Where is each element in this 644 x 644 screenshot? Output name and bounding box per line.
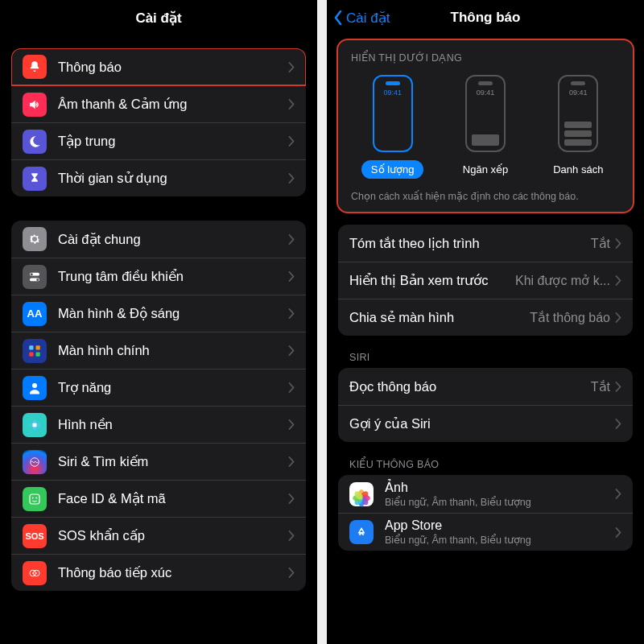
- display-option-label: Danh sách: [543, 160, 613, 179]
- svg-point-17: [35, 497, 37, 498]
- settings-row-SOS[interactable]: SOS SOS khẩn cấp: [11, 517, 306, 554]
- settings-row-bell[interactable]: Thông báo: [11, 48, 306, 85]
- chevron-left-icon: [333, 10, 343, 26]
- row-icon: [23, 265, 47, 289]
- app-label: App Store: [385, 518, 615, 533]
- option-row[interactable]: Đọc thông báo Tắt: [338, 368, 633, 405]
- row-label: Hiển thị Bản xem trước: [349, 273, 515, 288]
- row-label: Màn hình & Độ sáng: [58, 306, 288, 321]
- row-label: Tóm tắt theo lịch trình: [349, 236, 591, 251]
- settings-row-flower-bg[interactable]: Hình nền: [11, 406, 306, 443]
- settings-row-speaker[interactable]: Âm thanh & Cảm ứng: [11, 85, 306, 122]
- settings-row-switches[interactable]: Trung tâm điều khiển: [11, 258, 306, 295]
- row-label: Âm thanh & Cảm ứng: [58, 97, 288, 112]
- settings-row-moon[interactable]: Tập trung: [11, 122, 306, 159]
- exposure-icon: [27, 566, 42, 580]
- svg-point-21: [36, 572, 38, 574]
- chevron-right-icon: [288, 345, 295, 356]
- svg-point-12: [33, 427, 37, 431]
- row-label: Gợi ý của Siri: [349, 416, 615, 431]
- chevron-right-icon: [288, 568, 295, 578]
- back-label: Cài đặt: [346, 10, 390, 27]
- page-title: Cài đặt: [135, 10, 181, 27]
- chevron-right-icon: [615, 489, 621, 499]
- siri-section-header: SIRI: [349, 352, 621, 363]
- row-label: Cài đặt chung: [58, 232, 288, 247]
- row-icon: [23, 167, 47, 191]
- row-label: Siri & Tìm kiếm: [58, 454, 288, 469]
- svg-point-10: [33, 419, 37, 423]
- row-value: Khi được mở k...: [515, 273, 610, 288]
- chevron-right-icon: [288, 99, 295, 109]
- chevron-right-icon: [288, 419, 295, 430]
- settings-row-exposure[interactable]: Thông báo tiếp xúc: [11, 554, 306, 591]
- chevron-right-icon: [615, 527, 621, 538]
- display-option-Ngăn xếp[interactable]: 09:41 Ngăn xếp: [440, 75, 531, 179]
- display-as-footer: Chọn cách xuất hiện mặc định cho các thô…: [351, 190, 620, 202]
- row-value: Tắt thông báo: [530, 310, 610, 325]
- back-button[interactable]: Cài đặt: [333, 0, 390, 35]
- notifications-screen: Cài đặt Thông báo HIỂN THỊ DƯỚI DẠNG 09:…: [327, 0, 644, 644]
- settings-row-person[interactable]: Trợ năng: [11, 369, 306, 406]
- settings-row-grid[interactable]: Màn hình chính: [11, 332, 306, 369]
- display-as-options: 09:41 Số lượng 09:41 Ngăn xếp 09:41 Danh…: [346, 75, 625, 179]
- chevron-right-icon: [615, 382, 621, 392]
- switches-icon: [27, 270, 42, 284]
- chevron-right-icon: [288, 234, 295, 245]
- row-label: Face ID & Mật mã: [58, 491, 288, 506]
- row-icon: [23, 561, 47, 585]
- row-icon: SOS: [23, 524, 47, 548]
- settings-row-siri[interactable]: Siri & Tìm kiếm: [11, 443, 306, 480]
- settings-group-notifications: Thông báo Âm thanh & Cảm ứng Tập trung T…: [11, 48, 306, 196]
- option-row[interactable]: Gợi ý của Siri: [338, 405, 633, 442]
- chevron-right-icon: [615, 312, 621, 323]
- row-label: Thông báo: [58, 60, 288, 75]
- app-icon: [349, 520, 374, 544]
- chevron-right-icon: [288, 271, 295, 282]
- row-label: Thời gian sử dụng: [58, 171, 288, 186]
- phone-preview-icon: 09:41: [373, 75, 413, 152]
- row-icon: AA: [23, 302, 47, 326]
- option-row[interactable]: Tóm tắt theo lịch trình Tắt: [338, 225, 633, 262]
- row-icon: [23, 450, 47, 474]
- app-sub: Biểu ngữ, Âm thanh, Biểu tượng: [385, 496, 615, 508]
- app-row-photos[interactable]: Ảnh Biểu ngữ, Âm thanh, Biểu tượng: [338, 475, 633, 513]
- page-title: Thông báo: [451, 10, 521, 26]
- option-row[interactable]: Chia sẻ màn hình Tắt thông báo: [338, 299, 633, 336]
- settings-row-face[interactable]: Face ID & Mật mã: [11, 480, 306, 517]
- app-row-appstore[interactable]: App Store Biểu ngữ, Âm thanh, Biểu tượng: [338, 513, 633, 551]
- chevron-right-icon: [288, 530, 295, 541]
- flower-bg-icon: [27, 418, 42, 432]
- chevron-right-icon: [288, 62, 295, 72]
- row-icon: [23, 227, 47, 251]
- display-option-Số lượng[interactable]: 09:41 Số lượng: [347, 75, 439, 179]
- row-label: Trợ năng: [58, 380, 288, 395]
- svg-point-3: [36, 278, 39, 280]
- display-option-Danh sách[interactable]: 09:41 Danh sách: [532, 75, 624, 179]
- chevron-right-icon: [288, 456, 295, 467]
- style-section-header: KIỂU THÔNG BÁO: [349, 458, 621, 470]
- header: Cài đặt Thông báo: [327, 0, 644, 35]
- svg-rect-6: [29, 352, 33, 356]
- svg-point-1: [31, 273, 33, 275]
- person-icon: [27, 381, 42, 395]
- display-as-section: HIỂN THỊ DƯỚI DẠNG 09:41 Số lượng 09:41 …: [338, 40, 633, 212]
- svg-point-8: [32, 383, 37, 388]
- settings-row-hourglass[interactable]: Thời gian sử dụng: [11, 159, 306, 196]
- settings-row-AA[interactable]: AA Màn hình & Độ sáng: [11, 295, 306, 332]
- settings-row-gear[interactable]: Cài đặt chung: [11, 221, 306, 258]
- svg-rect-15: [30, 494, 39, 504]
- photos-icon: [353, 485, 370, 503]
- chevron-right-icon: [288, 382, 295, 393]
- row-icon: [23, 413, 47, 437]
- speaker-icon: [27, 97, 42, 112]
- chevron-right-icon: [288, 308, 295, 319]
- row-label: Đọc thông báo: [349, 379, 591, 394]
- svg-point-11: [36, 423, 40, 427]
- row-icon: [23, 376, 47, 400]
- svg-point-16: [32, 497, 34, 498]
- chevron-right-icon: [615, 275, 621, 286]
- row-icon: [23, 487, 47, 511]
- svg-rect-7: [36, 352, 40, 356]
- option-row[interactable]: Hiển thị Bản xem trước Khi được mở k...: [338, 262, 633, 299]
